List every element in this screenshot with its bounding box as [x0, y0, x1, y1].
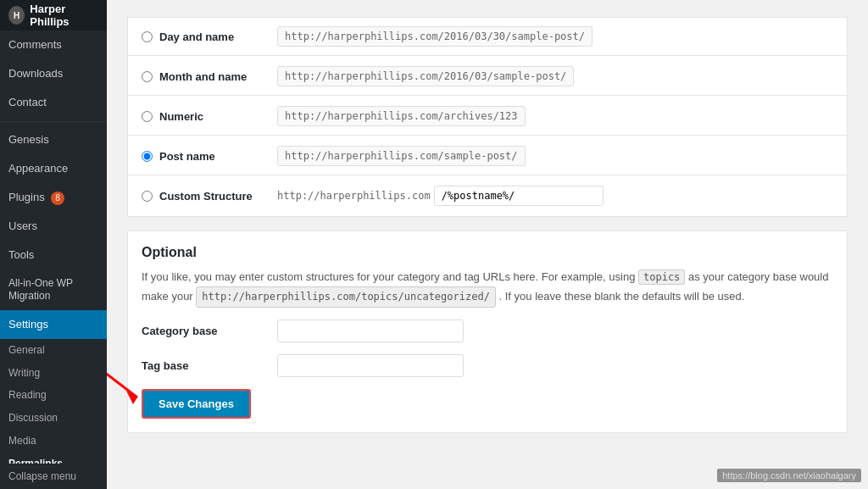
sidebar-subitem-media[interactable]: Media [0, 430, 107, 453]
brand-label: Harper Phillips [30, 3, 98, 28]
tag-base-row: Tag base [142, 354, 833, 377]
permalink-row-numeric: Numeric http://harperphillips.com/archiv… [128, 97, 847, 136]
sidebar-item-contact[interactable]: Contact [0, 88, 107, 117]
save-changes-button[interactable]: Save Changes [142, 389, 251, 419]
permalink-row-post-name: Post name http://harperphillips.com/samp… [128, 137, 847, 175]
svg-line-0 [107, 355, 137, 397]
sidebar-item-comments[interactable]: Comments [0, 31, 107, 59]
sidebar-item-appearance[interactable]: Appearance [0, 154, 107, 183]
sidebar-item-users[interactable]: Users [0, 212, 107, 241]
url-display-numeric: http://harperphillips.com/archives/123 [277, 106, 526, 126]
topics-code: topics [638, 270, 685, 285]
category-base-label: Category base [142, 325, 277, 337]
arrow-annotation [107, 347, 150, 414]
sidebar-subitem-discussion[interactable]: Discussion [0, 407, 107, 430]
url-display-day-and-name: http://harperphillips.com/2016/03/30/sam… [277, 26, 593, 47]
optional-section: Optional If you like, you may enter cust… [127, 231, 848, 433]
example-url-code: http://harperphillips.com/topics/uncateg… [196, 286, 496, 308]
sidebar-subitem-general[interactable]: General [0, 339, 107, 362]
permalink-row-custom-structure: Custom Structure http://harperphillips.c… [128, 177, 847, 214]
sidebar-item-genesis[interactable]: Genesis [0, 125, 107, 154]
custom-structure-base-url: http://harperphillips.com [277, 190, 431, 202]
plugins-badge: 8 [51, 192, 64, 205]
divider [0, 121, 107, 122]
radio-label-month-and-name[interactable]: Month and name [142, 70, 277, 83]
main-content: Day and name http://harperphillips.com/2… [107, 0, 868, 489]
radio-day-and-name[interactable] [142, 31, 153, 42]
tag-base-label: Tag base [142, 359, 277, 372]
radio-month-and-name[interactable] [142, 71, 153, 82]
avatar: H [8, 6, 25, 25]
url-display-month-and-name: http://harperphillips.com/2016/03/sample… [277, 66, 574, 86]
sidebar: H Harper Phillips Comments Downloads Con… [0, 0, 107, 489]
sidebar-subitem-writing[interactable]: Writing [0, 362, 107, 385]
collapse-menu-button[interactable]: Collapse menu [0, 464, 107, 489]
permalink-row-day-and-name: Day and name http://harperphillips.com/2… [128, 18, 847, 56]
sidebar-brand[interactable]: H Harper Phillips [0, 0, 107, 31]
optional-heading: Optional [142, 245, 833, 260]
optional-description: If you like, you may enter custom struct… [142, 269, 833, 308]
radio-label-custom-structure[interactable]: Custom Structure [142, 190, 277, 203]
sidebar-item-tools[interactable]: Tools [0, 241, 107, 270]
sidebar-item-migration[interactable]: All-in-One WP Migration [0, 270, 107, 310]
radio-label-day-and-name[interactable]: Day and name [142, 31, 277, 43]
sidebar-item-downloads[interactable]: Downloads [0, 59, 107, 88]
tag-base-input[interactable] [277, 354, 464, 377]
radio-label-post-name[interactable]: Post name [142, 150, 277, 163]
url-display-post-name: http://harperphillips.com/sample-post/ [277, 146, 526, 166]
permalink-row-month-and-name: Month and name http://harperphillips.com… [128, 58, 847, 96]
watermark: https://blog.csdn.net/xiaohaigary [717, 469, 861, 482]
permalink-options-container: Day and name http://harperphillips.com/2… [127, 17, 848, 217]
category-base-row: Category base [142, 320, 833, 342]
category-base-input[interactable] [277, 320, 464, 342]
radio-numeric[interactable] [142, 111, 153, 122]
custom-structure-input[interactable] [434, 186, 604, 206]
radio-label-numeric[interactable]: Numeric [142, 110, 277, 123]
radio-custom-structure[interactable] [142, 191, 153, 202]
sidebar-item-settings[interactable]: Settings [0, 310, 107, 339]
radio-post-name[interactable] [142, 151, 153, 162]
sidebar-subitem-reading[interactable]: Reading [0, 384, 107, 407]
save-section: Save Changes [142, 389, 833, 419]
sidebar-item-plugins[interactable]: Plugins 8 [0, 183, 107, 212]
